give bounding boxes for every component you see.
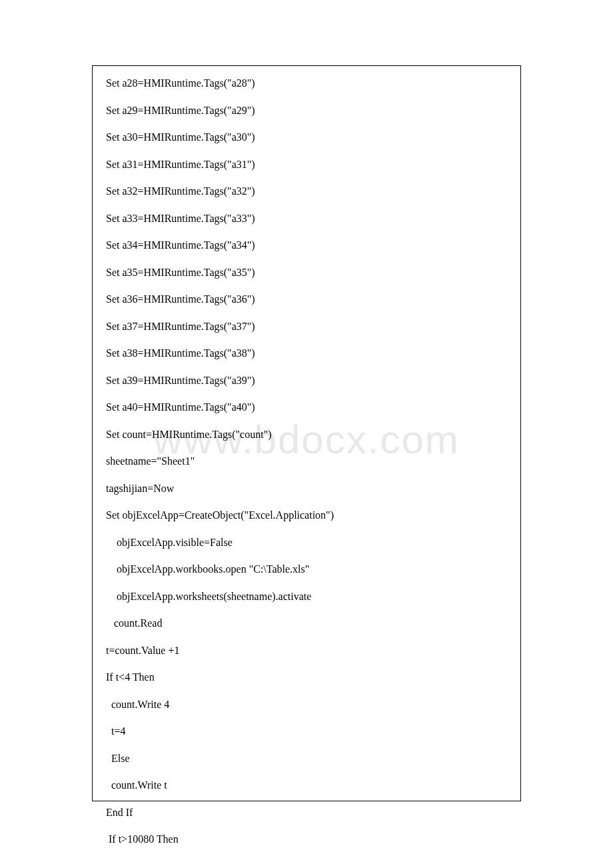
- code-line: count.Read: [106, 618, 507, 629]
- code-line: Set a31=HMIRuntime.Tags("a31"): [106, 159, 507, 170]
- code-line: t=4: [106, 726, 507, 737]
- code-line: sheetname="Sheet1": [106, 456, 507, 467]
- code-line: count.Write 4: [106, 699, 507, 710]
- code-line: Set a29=HMIRuntime.Tags("a29"): [106, 105, 507, 116]
- code-line: If t<4 Then: [106, 672, 507, 683]
- code-line: Set a40=HMIRuntime.Tags("a40"): [106, 402, 507, 413]
- code-line: Set a38=HMIRuntime.Tags("a38"): [106, 348, 507, 359]
- code-container: Set a28=HMIRuntime.Tags("a28") Set a29=H…: [92, 65, 521, 801]
- code-line: objExcelApp.worksheets(sheetname).activa…: [106, 591, 507, 602]
- code-line: objExcelApp.visible=False: [106, 537, 507, 548]
- code-line: t=count.Value +1: [106, 645, 507, 656]
- code-line: Set a28=HMIRuntime.Tags("a28"): [106, 78, 507, 89]
- code-line: Else: [106, 753, 507, 764]
- code-line: Set a34=HMIRuntime.Tags("a34"): [106, 240, 507, 251]
- code-line: Set a33=HMIRuntime.Tags("a33"): [106, 213, 507, 224]
- code-content: Set a28=HMIRuntime.Tags("a28") Set a29=H…: [106, 78, 507, 845]
- code-line: tagshijian=Now: [106, 483, 507, 494]
- code-line: Set a32=HMIRuntime.Tags("a32"): [106, 186, 507, 197]
- code-line: Set count=HMIRuntime.Tags("count"): [106, 429, 507, 440]
- code-line: Set a39=HMIRuntime.Tags("a39"): [106, 375, 507, 386]
- code-line: Set a36=HMIRuntime.Tags("a36"): [106, 294, 507, 305]
- code-line: Set a30=HMIRuntime.Tags("a30"): [106, 132, 507, 143]
- code-line: End If: [106, 807, 507, 818]
- code-line: Set a35=HMIRuntime.Tags("a35"): [106, 267, 507, 278]
- code-line: count.Write t: [106, 780, 507, 791]
- code-line: Set a37=HMIRuntime.Tags("a37"): [106, 321, 507, 332]
- code-line: Set objExcelApp=CreateObject("Excel.Appl…: [106, 510, 507, 521]
- code-line: If t>10080 Then: [106, 834, 507, 845]
- code-line: objExcelApp.workbooks.open "C:\Table.xls…: [106, 564, 507, 575]
